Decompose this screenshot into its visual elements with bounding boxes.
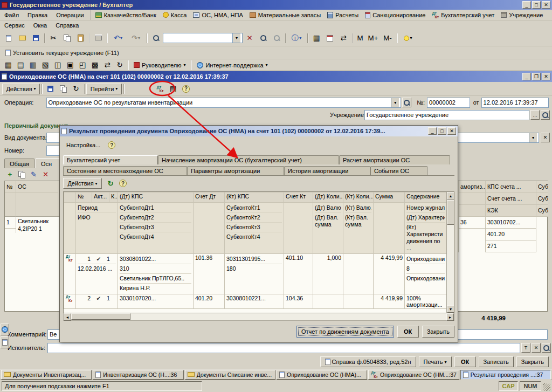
postings-grid[interactable]: № Акт... К... (Дт) КПС Счет Дт (Кт) КПС … [63, 191, 454, 313]
menu-edit[interactable]: Правка [23, 11, 52, 19]
scroll-thumb[interactable] [447, 200, 454, 225]
info-button[interactable]: ⓘ▾ [288, 32, 305, 44]
settings-button[interactable]: Настройка... [63, 140, 104, 150]
grid-vertical-scrollbar[interactable]: ▲ ▼ [446, 192, 454, 313]
section-inventory-button[interactable]: Материальные запасы [246, 10, 325, 20]
doc-close-button[interactable]: ✕ [542, 73, 550, 80]
edit-row-button[interactable]: ✎ [28, 169, 39, 180]
dtkt-postings-button[interactable]: ДтКт [154, 83, 167, 95]
grid-horizontal-scrollbar[interactable]: ◄ ► [63, 313, 454, 321]
scroll-thumb[interactable] [71, 313, 130, 320]
section-cash-button[interactable]: Касса [160, 10, 190, 20]
tab-accounting[interactable]: Бухгалтерский учет [63, 155, 158, 164]
calendar-button[interactable] [323, 32, 336, 44]
executor-open-button[interactable] [542, 343, 551, 353]
os-row-num[interactable]: 1 [5, 217, 16, 229]
document-number-field[interactable]: 00000002 [427, 98, 470, 108]
doc-ok-button[interactable]: ОК [454, 356, 476, 367]
institution-field[interactable]: Государственное учреждение [364, 110, 529, 120]
taskbar-item-5[interactable]: ДтКтОприходование ОС (НМ...:37 [368, 370, 459, 380]
refresh-tool-button[interactable]: ↻ [114, 59, 126, 71]
resize-grip[interactable] [543, 383, 550, 391]
manager-button[interactable]: Руководителю ▾ [130, 60, 189, 70]
open-button[interactable] [16, 32, 29, 44]
taskbar-item-4[interactable]: Оприходование ОС (НМА)... [277, 370, 367, 380]
doc-help-button[interactable]: ? [180, 83, 192, 95]
docked-notes-button[interactable] [1, 336, 9, 348]
executor-text-button[interactable]: Т [521, 343, 530, 353]
taskbar-item-2[interactable]: Инвентаризация ОС (Н...:36 [93, 370, 183, 380]
set-current-institution-button[interactable]: Установить текущее учреждение (F11) [2, 48, 122, 58]
memory-plus-button[interactable]: М+ [366, 32, 380, 44]
app-minimize-button[interactable]: _ [522, 1, 531, 9]
tab-state-location[interactable]: Состояние и местонахождение ОС [63, 166, 187, 175]
cut-button[interactable]: ✂ [47, 32, 60, 44]
taskbar-item-3[interactable]: Документы Списание инве... [185, 370, 275, 380]
col-num[interactable]: № [76, 192, 92, 203]
table-view-button[interactable]: ▦ [310, 32, 323, 44]
section-accounting-button[interactable]: ДтКтБухгалтерский учет [429, 10, 498, 20]
table-tool-button[interactable]: ▩ [89, 59, 101, 71]
schet-value[interactable]: 401.20 [486, 229, 536, 240]
amort-value[interactable]: 36 [459, 217, 485, 229]
movements-report-button[interactable]: Отчет по движениям документа [296, 326, 394, 338]
exchange-button[interactable]: ⇄ [337, 32, 350, 44]
tab-depreciation-accrual[interactable]: Начисление амортизации ОС (бухгалтерский… [158, 155, 339, 164]
section-institution-button[interactable]: Учреждение [498, 10, 546, 20]
institution-choose-button[interactable]: … [530, 110, 540, 120]
kek-value[interactable]: 271 [486, 240, 536, 252]
col-summa[interactable]: Сумма [374, 192, 405, 203]
dialog-close-button[interactable]: ✕ [447, 127, 456, 135]
scroll-down-button[interactable]: ▼ [447, 305, 454, 313]
actions-button[interactable]: Действия▾ [2, 84, 40, 94]
search-combo[interactable]: ▾ [163, 33, 243, 43]
print-menu-button[interactable]: Печать▾ [419, 356, 452, 367]
col-icon[interactable] [64, 192, 76, 203]
journal-button-2[interactable]: ▤ [15, 59, 26, 71]
doc-restore-button[interactable]: ❐ [532, 73, 541, 80]
scroll-left-button[interactable]: ◄ [64, 313, 71, 321]
find-button[interactable] [149, 32, 162, 44]
app-close-button[interactable]: ✕ [542, 1, 550, 9]
operation-open-button[interactable] [402, 98, 411, 107]
chart-button[interactable]: ◫ [52, 59, 64, 71]
scroll-up-button[interactable]: ▲ [447, 192, 454, 200]
col-schet-dt[interactable]: Счет Дт [194, 192, 225, 203]
save-button[interactable] [29, 32, 42, 44]
dialog-refresh-button[interactable]: ↻ [104, 177, 117, 189]
help-icon[interactable]: ? [119, 180, 127, 187]
doc-save-button[interactable] [44, 83, 57, 95]
spravka-button[interactable]: Справка ф.0504833, ред.52н [320, 356, 416, 367]
col-kt-kps[interactable]: (Кт) КПС [225, 192, 284, 203]
new-document-button[interactable] [2, 32, 15, 44]
dialog-actions-button[interactable]: Действия▾ [63, 178, 102, 189]
movements-list-button[interactable]: ▤ [167, 83, 180, 95]
executor-field[interactable] [47, 343, 520, 353]
copy-button[interactable] [60, 32, 73, 44]
posting-row-2[interactable]: ДтКт 2✔1 3030107020... 401.20 3030801022… [64, 294, 447, 309]
col-dt-qty[interactable]: (Дт) Коли... [313, 192, 343, 203]
doc-close-footer-button[interactable]: Закрыть [516, 356, 549, 367]
doc-kind-clear-button[interactable]: ✕ [541, 133, 550, 142]
paste-button[interactable] [74, 32, 87, 44]
doc-write-button[interactable]: Записать [479, 356, 514, 367]
menu-service[interactable]: Сервис [0, 21, 29, 30]
col-active[interactable]: Акт... [92, 192, 109, 203]
tab-depreciation-calc[interactable]: Расчет амортизации ОС [339, 155, 450, 164]
menu-file[interactable]: Файл [0, 11, 23, 19]
taskbar-item-1[interactable]: Документы Инвентаризац... [1, 370, 92, 380]
chevron-down-icon[interactable]: ▾ [529, 133, 537, 142]
tab-os-events[interactable]: События ОС [370, 166, 427, 175]
menu-windows[interactable]: Окна [29, 21, 52, 30]
dialog-maximize-button[interactable]: □ [438, 127, 446, 135]
section-treasury-bank-button[interactable]: Казначейство/Банк [92, 10, 160, 20]
dialog-minimize-button[interactable]: _ [428, 127, 437, 135]
document-date-field[interactable]: 12.02.2016 17:39:37 [481, 98, 549, 108]
operation-combo[interactable]: Оприходование ОС по результатам инвентар… [46, 98, 402, 108]
doc-minimize-button[interactable]: _ [522, 73, 531, 80]
dialog-ok-button[interactable]: ОК [397, 326, 419, 338]
kps-value[interactable]: 303010702... [486, 217, 536, 229]
memory-button[interactable]: М [355, 32, 365, 44]
tips-button[interactable]: ▾ [399, 32, 417, 44]
help-icon[interactable]: ? [108, 141, 115, 149]
